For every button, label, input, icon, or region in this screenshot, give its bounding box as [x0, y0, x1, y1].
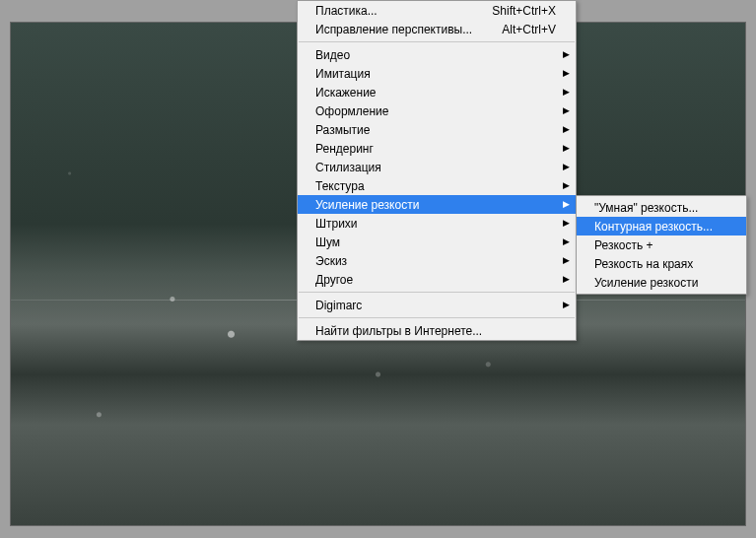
menu-item-blur[interactable]: Размытие ▶ — [298, 120, 576, 139]
menu-item-label: Найти фильтры в Интернете... — [315, 324, 556, 338]
submenu-item-sharpen-more[interactable]: Резкость + — [577, 235, 746, 254]
submenu-arrow-icon: ▶ — [563, 275, 570, 284]
submenu-arrow-icon: ▶ — [563, 181, 570, 190]
menu-item-sharpen[interactable]: Усиление резкости ▶ — [298, 195, 576, 214]
menu-item-label: "Умная" резкость... — [594, 201, 726, 215]
submenu-item-sharpen[interactable]: Усиление резкости — [577, 273, 746, 292]
menu-item-label: Другое — [315, 273, 556, 287]
submenu-arrow-icon: ▶ — [563, 219, 570, 228]
submenu-arrow-icon: ▶ — [563, 256, 570, 265]
menu-item-distort[interactable]: Искажение ▶ — [298, 83, 576, 101]
menu-item-digimarc[interactable]: Digimarc ▶ — [298, 296, 576, 314]
menu-item-label: Видео — [315, 48, 556, 62]
menu-item-label: Усиление резкости — [315, 198, 556, 212]
menu-item-label: Исправление перспективы... — [315, 23, 502, 36]
menu-item-label: Резкость + — [594, 238, 726, 252]
submenu-arrow-icon: ▶ — [563, 144, 570, 153]
menu-separator — [299, 317, 575, 318]
menu-item-other[interactable]: Другое ▶ — [298, 270, 576, 289]
menu-item-texture[interactable]: Текстура ▶ — [298, 176, 576, 195]
submenu-arrow-icon: ▶ — [563, 301, 570, 309]
menu-item-label: Имитация — [315, 67, 556, 81]
menu-item-label: Стилизация — [315, 161, 556, 174]
menu-item-label: Шум — [315, 235, 556, 249]
submenu-arrow-icon: ▶ — [563, 163, 570, 171]
menu-separator — [299, 41, 575, 42]
menu-item-vanishing-point[interactable]: Исправление перспективы... Alt+Ctrl+V — [298, 20, 576, 38]
menu-item-artistic[interactable]: Имитация ▶ — [298, 64, 576, 83]
menu-item-label: Штрихи — [315, 217, 556, 231]
menu-item-shortcut: Alt+Ctrl+V — [502, 23, 556, 36]
menu-item-brush-strokes[interactable]: Штрихи ▶ — [298, 214, 576, 233]
submenu-arrow-icon: ▶ — [563, 237, 570, 246]
menu-separator — [299, 292, 575, 293]
menu-item-shortcut: Shift+Ctrl+X — [492, 4, 556, 18]
sharpen-submenu: "Умная" резкость... Контурная резкость..… — [576, 195, 747, 295]
menu-item-render[interactable]: Рендеринг ▶ — [298, 139, 576, 158]
menu-item-label: Эскиз — [315, 254, 556, 268]
menu-item-browse-filters[interactable]: Найти фильтры в Интернете... — [298, 321, 576, 340]
menu-item-label: Текстура — [315, 179, 556, 193]
menu-item-sketch[interactable]: Эскиз ▶ — [298, 251, 576, 270]
menu-item-label: Усиление резкости — [594, 276, 726, 290]
menu-item-liquify[interactable]: Пластика... Shift+Ctrl+X — [298, 1, 576, 20]
menu-item-label: Оформление — [315, 104, 556, 118]
menu-item-noise[interactable]: Шум ▶ — [298, 233, 576, 251]
menu-item-label: Размытие — [315, 123, 556, 137]
submenu-item-unsharp-mask[interactable]: Контурная резкость... — [577, 217, 746, 235]
submenu-item-smart-sharpen[interactable]: "Умная" резкость... — [577, 198, 746, 217]
submenu-arrow-icon: ▶ — [563, 106, 570, 115]
menu-item-label: Пластика... — [315, 4, 492, 18]
submenu-arrow-icon: ▶ — [563, 50, 570, 59]
menu-item-label: Рендеринг — [315, 142, 556, 156]
menu-item-stylize[interactable]: Стилизация ▶ — [298, 158, 576, 176]
submenu-item-sharpen-edges[interactable]: Резкость на краях — [577, 254, 746, 273]
menu-item-video[interactable]: Видео ▶ — [298, 45, 576, 64]
filter-menu: Пластика... Shift+Ctrl+X Исправление пер… — [297, 0, 577, 341]
submenu-arrow-icon: ▶ — [563, 125, 570, 134]
submenu-arrow-icon: ▶ — [563, 200, 570, 209]
menu-item-label: Digimarc — [315, 299, 556, 312]
menu-item-label: Искажение — [315, 86, 556, 100]
submenu-arrow-icon: ▶ — [563, 69, 570, 78]
menu-item-pixelate[interactable]: Оформление ▶ — [298, 101, 576, 120]
menu-item-label: Контурная резкость... — [594, 220, 726, 234]
menu-item-label: Резкость на краях — [594, 257, 726, 271]
submenu-arrow-icon: ▶ — [563, 88, 570, 97]
